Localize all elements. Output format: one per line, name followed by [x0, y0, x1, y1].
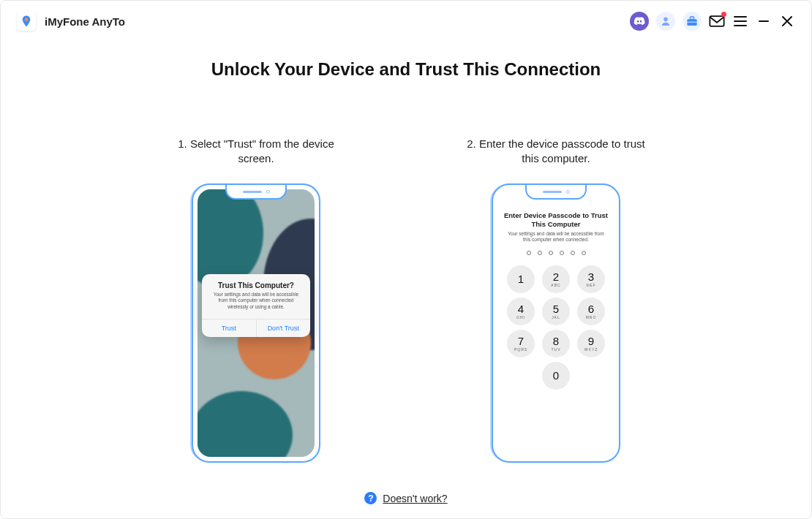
passcode-screen: Enter Device Passcode to Trust This Comp… [497, 189, 614, 457]
keypad-key-letters: GHI [516, 315, 525, 319]
keypad-key-letters: PQRS [514, 347, 527, 352]
location-pin-icon [20, 15, 33, 28]
keypad-key-number: 3 [588, 271, 594, 282]
close-icon [781, 15, 793, 27]
svg-rect-4 [687, 22, 696, 23]
keypad-key-number: 4 [518, 303, 524, 314]
keypad-key-number: 0 [553, 370, 559, 381]
mail-badge [721, 12, 726, 17]
keypad-key-number: 7 [518, 336, 524, 346]
minimize-button[interactable] [756, 13, 772, 29]
close-button[interactable] [779, 13, 795, 29]
discord-icon [634, 17, 645, 26]
passcode-dot [571, 251, 575, 255]
keypad-key-4[interactable]: 4GHI [507, 298, 535, 325]
keypad-key-3[interactable]: 3DEF [577, 265, 605, 293]
keypad-key-number: 2 [553, 271, 559, 282]
passcode-dots [497, 251, 614, 255]
svg-point-1 [663, 18, 668, 22]
keypad-key-letters: JKL [552, 315, 560, 319]
keypad-key-letters: MNO [586, 315, 597, 319]
step-2: 2. Enter the device passcode to trust th… [461, 137, 651, 463]
passcode-dot [538, 251, 542, 255]
toolbox-icon [686, 16, 698, 26]
help-row: ? Doesn't work? [0, 492, 812, 504]
titlebar: iMyFone AnyTo [1, 1, 811, 42]
trust-button[interactable]: Trust [202, 319, 256, 337]
phone-notch [225, 185, 287, 200]
keypad-key-1[interactable]: 1 [507, 265, 535, 293]
app-logo [17, 12, 36, 31]
svg-point-0 [25, 18, 29, 22]
svg-rect-5 [710, 16, 723, 26]
dont-trust-button[interactable]: Don't Trust [256, 319, 311, 337]
phone-notch [525, 185, 587, 200]
app-title: iMyFone AnyTo [45, 15, 125, 28]
passcode-title: Enter Device Passcode to Trust This Comp… [497, 211, 614, 229]
keypad-key-number: 8 [553, 336, 559, 346]
step-2-label: 2. Enter the device passcode to trust th… [461, 137, 651, 167]
keypad-key-number: 5 [553, 303, 559, 314]
menu-icon [734, 16, 747, 26]
keypad-key-number: 9 [588, 336, 594, 346]
help-link[interactable]: Doesn't work? [383, 493, 447, 504]
discord-button[interactable] [630, 12, 649, 31]
svg-rect-3 [690, 17, 693, 19]
titlebar-right [630, 12, 795, 31]
phone-mock-2: Enter Device Passcode to Trust This Comp… [492, 183, 620, 463]
trust-dialog-message: Your settings and data will be accessibl… [209, 292, 303, 310]
passcode-keypad: 12ABC3DEF4GHI5JKL6MNO7PQRS8TUV9WXYZ0 [505, 265, 606, 390]
trust-dialog: Trust This Computer? Your settings and d… [202, 274, 310, 337]
keypad-key-letters: ABC [551, 283, 560, 287]
menu-button[interactable] [732, 13, 748, 29]
keypad-key-9[interactable]: 9WXYZ [577, 330, 605, 357]
passcode-dot [527, 251, 531, 255]
minimize-icon [758, 15, 770, 27]
user-button[interactable] [656, 12, 675, 31]
keypad-key-letters: TUV [552, 347, 561, 352]
keypad-key-0[interactable]: 0 [542, 362, 570, 390]
mail-button[interactable] [709, 13, 725, 29]
keypad-key-number: 6 [588, 303, 594, 314]
keypad-key-2[interactable]: 2ABC [542, 265, 570, 293]
passcode-dot [549, 251, 553, 255]
phone-mock-1: Trust This Computer? Your settings and d… [192, 183, 320, 463]
keypad-key-8[interactable]: 8TUV [542, 330, 570, 357]
keypad-key-5[interactable]: 5JKL [542, 298, 570, 325]
keypad-key-7[interactable]: 7PQRS [507, 330, 535, 357]
keypad-key-letters: WXYZ [584, 347, 598, 352]
keypad-key-letters: DEF [587, 283, 596, 287]
user-icon [660, 15, 672, 27]
help-icon: ? [364, 492, 377, 504]
trust-dialog-title: Trust This Computer? [209, 281, 303, 289]
passcode-dot [582, 251, 586, 255]
step-1: 1. Select "Trust" from the device screen… [161, 137, 351, 463]
keypad-key-6[interactable]: 6MNO [577, 298, 605, 325]
passcode-dot [560, 251, 564, 255]
step-1-label: 1. Select "Trust" from the device screen… [161, 137, 351, 167]
main-content: Unlock Your Device and Trust This Connec… [1, 42, 811, 463]
toolbox-button[interactable] [683, 12, 702, 31]
steps-row: 1. Select "Trust" from the device screen… [30, 137, 782, 463]
passcode-message: Your settings and data will be accessibl… [505, 231, 607, 243]
page-title: Unlock Your Device and Trust This Connec… [30, 59, 782, 80]
keypad-key-number: 1 [518, 273, 524, 284]
